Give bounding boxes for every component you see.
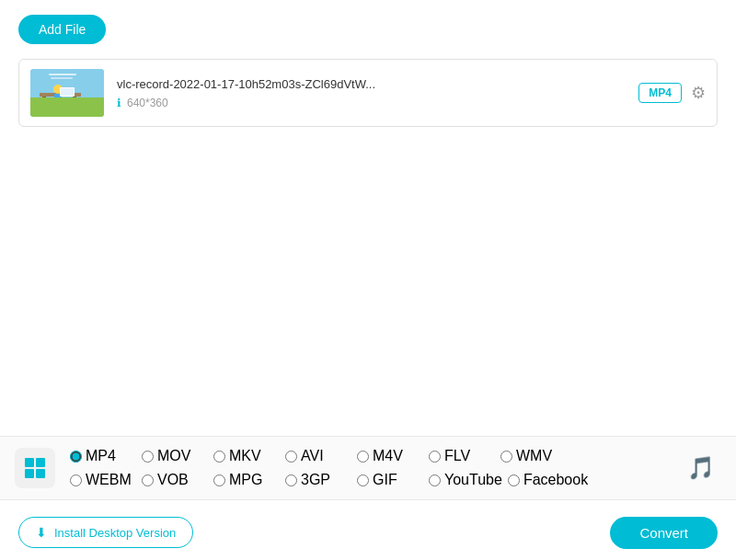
file-name: vlc-record-2022-01-17-10h52m03s-ZCl69dVt… (117, 77, 638, 91)
svg-rect-1 (30, 100, 104, 117)
format-label-wmv: WMV (516, 448, 552, 464)
format-option-mov[interactable]: MOV (142, 448, 208, 464)
file-meta: ℹ 640*360 (117, 97, 638, 109)
format-option-m4v[interactable]: M4V (357, 448, 423, 464)
info-icon[interactable]: ℹ (117, 97, 121, 109)
format-label-mp4: MP4 (86, 448, 116, 464)
format-option-wmv[interactable]: WMV (500, 448, 567, 464)
format-radio-facebook[interactable] (508, 474, 520, 486)
svg-rect-10 (51, 77, 73, 79)
format-radio-mpg[interactable] (213, 474, 225, 486)
svg-rect-4 (73, 97, 76, 104)
format-panel: MP4 MOV MKV AVI M4V FLV (0, 436, 736, 500)
format-row-1: MP4 MOV MKV AVI M4V FLV (70, 448, 681, 464)
convert-button[interactable]: Convert (610, 517, 718, 549)
add-file-button[interactable]: Add File (18, 15, 106, 44)
format-panel-icon (15, 448, 55, 488)
format-option-webm[interactable]: WEBM (70, 472, 136, 488)
format-label-3gp: 3GP (301, 472, 330, 488)
format-label-avi: AVI (301, 448, 324, 464)
format-radio-gif[interactable] (357, 474, 369, 486)
format-option-gif[interactable]: GIF (357, 472, 423, 488)
format-option-3gp[interactable]: 3GP (285, 472, 351, 488)
format-label-vob: VOB (157, 472, 189, 488)
format-radio-wmv[interactable] (500, 451, 512, 463)
format-row-2: WEBM VOB MPG 3GP GIF YouTube (70, 472, 681, 488)
install-desktop-button[interactable]: ⬇ Install Desktop Version (18, 517, 193, 548)
format-option-mkv[interactable]: MKV (213, 448, 280, 464)
format-radio-m4v[interactable] (357, 451, 369, 463)
file-actions: MP4 ⚙ (638, 83, 706, 103)
format-label-webm: WEBM (86, 472, 132, 488)
format-radio-3gp[interactable] (285, 474, 297, 486)
current-format-badge[interactable]: MP4 (638, 83, 682, 103)
format-label-mov: MOV (157, 448, 190, 464)
format-label-m4v: M4V (373, 448, 403, 464)
format-option-avi[interactable]: AVI (285, 448, 351, 464)
format-label-facebook: Facebook (523, 472, 588, 488)
svg-rect-9 (49, 74, 76, 75)
install-label: Install Desktop Version (54, 526, 176, 540)
action-bar: ⬇ Install Desktop Version Convert (0, 505, 736, 560)
file-thumbnail (30, 69, 104, 117)
file-resolution: 640*360 (127, 97, 168, 109)
format-radio-mp4[interactable] (70, 451, 82, 463)
thumbnail-scene (30, 69, 104, 117)
format-options: MP4 MOV MKV AVI M4V FLV (70, 448, 681, 488)
file-list: vlc-record-2022-01-17-10h52m03s-ZCl69dVt… (0, 59, 736, 127)
format-label-youtube: YouTube (444, 472, 502, 488)
format-option-mp4[interactable]: MP4 (70, 448, 136, 464)
format-radio-avi[interactable] (285, 451, 297, 463)
music-icon: 🎵 (687, 455, 715, 481)
format-radio-youtube[interactable] (429, 474, 441, 486)
svg-rect-3 (42, 97, 46, 104)
format-label-gif: GIF (373, 472, 397, 488)
format-option-facebook[interactable]: Facebook (508, 472, 588, 488)
format-option-flv[interactable]: FLV (429, 448, 495, 464)
svg-rect-8 (61, 88, 74, 96)
format-radio-vob[interactable] (142, 474, 154, 486)
settings-icon[interactable]: ⚙ (691, 83, 706, 103)
format-label-mkv: MKV (229, 448, 261, 464)
grid-icon (25, 458, 45, 478)
format-radio-mkv[interactable] (213, 451, 225, 463)
format-option-vob[interactable]: VOB (142, 472, 208, 488)
format-radio-flv[interactable] (429, 451, 441, 463)
format-label-flv: FLV (444, 448, 470, 464)
music-icon-area[interactable]: 🎵 (681, 455, 721, 481)
format-label-mpg: MPG (229, 472, 262, 488)
format-radio-mov[interactable] (142, 451, 154, 463)
format-option-mpg[interactable]: MPG (213, 472, 280, 488)
format-option-youtube[interactable]: YouTube (429, 472, 502, 488)
format-radio-webm[interactable] (70, 474, 82, 486)
file-info: vlc-record-2022-01-17-10h52m03s-ZCl69dVt… (117, 77, 638, 109)
download-icon: ⬇ (36, 525, 47, 540)
top-bar: Add File (0, 0, 736, 59)
file-item: vlc-record-2022-01-17-10h52m03s-ZCl69dVt… (18, 59, 718, 127)
